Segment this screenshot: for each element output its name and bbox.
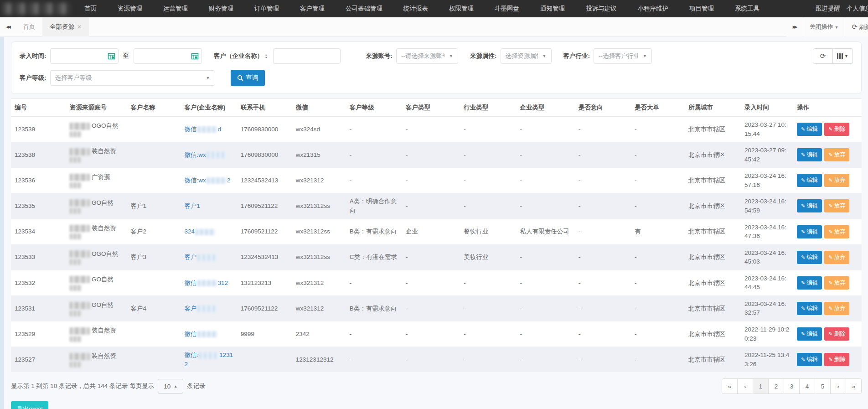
delete-button[interactable]: ✎删除 [824,353,849,366]
refresh-table-button[interactable]: ⟳ [813,48,833,64]
abandon-button[interactable]: ✎放弃 [824,302,849,315]
page-button-4[interactable]: 4 [799,378,815,394]
column-header-微信[interactable]: 微信 [292,99,346,117]
abandon-button[interactable]: ✎放弃 [824,174,849,187]
cell-enterprise-type: - [516,270,574,295]
refresh-tab-button[interactable]: ⟳刷新 [845,17,868,37]
company-link[interactable]: 客户 [185,254,218,260]
nav-item-订单管理[interactable]: 订单管理 [244,0,289,17]
page-button-1[interactable]: 1 [753,378,769,394]
company-link[interactable]: 324 [185,228,216,235]
page-button-«[interactable]: « [722,378,738,394]
edit-button[interactable]: ✎编辑 [797,327,822,341]
page-button-›[interactable]: › [830,378,846,394]
cell-industry: 餐饮行业 [460,219,516,244]
export-excel-button[interactable]: 导出excel [11,401,48,409]
column-header-录入时间[interactable]: 录入时间 [741,99,793,117]
column-header-客户类型[interactable]: 客户类型 [402,99,460,117]
page-button-»[interactable]: » [846,378,862,394]
edit-button[interactable]: ✎编辑 [797,302,822,315]
columns-toggle-button[interactable]: ▼ [833,48,853,64]
column-header-行业类型[interactable]: 行业类型 [460,99,516,117]
customer-level-select[interactable]: 选择客户等级 ▼ [50,70,215,86]
cell-wechat: wx321312ss [292,244,346,270]
nav-item-斗墨网盘[interactable]: 斗墨网盘 [484,0,530,17]
delete-button[interactable]: ✎删除 [824,327,849,341]
nav-item-小程序维护[interactable]: 小程序维护 [627,0,679,17]
column-header-客户名称[interactable]: 客户名称 [127,99,181,117]
abandon-button[interactable]: ✎放弃 [824,225,849,238]
tab-全部资源[interactable]: 全部资源✕ [42,17,89,36]
nav-item-权限管理[interactable]: 权限管理 [439,0,484,17]
tab-首页[interactable]: 首页 [16,17,42,36]
customer-company-input[interactable] [273,48,341,64]
abandon-button[interactable]: ✎放弃 [824,199,849,212]
tabs-scroll-left-icon[interactable]: ◀◀ [0,25,16,29]
edit-button[interactable]: ✎编辑 [797,225,822,238]
nav-item-财务管理[interactable]: 财务管理 [198,0,244,17]
edit-button[interactable]: ✎编辑 [797,276,822,290]
column-header-企业类型[interactable]: 企业类型 [516,99,574,117]
column-header-是否意向[interactable]: 是否意向 [575,99,631,117]
page-button-5[interactable]: 5 [815,378,831,394]
entry-time-start-input[interactable] [50,48,119,64]
abandon-button-label: 放弃 [834,228,845,236]
nav-item-运营管理[interactable]: 运营管理 [153,0,198,17]
nav-item-资源管理[interactable]: 资源管理 [107,0,153,17]
close-icon[interactable]: ✕ [77,24,82,30]
edit-button[interactable]: ✎编辑 [797,174,822,187]
column-header-编号[interactable]: 编号 [11,99,66,117]
edit-button-label: 编辑 [806,356,818,363]
nav-item-统计报表[interactable]: 统计报表 [393,0,439,17]
left-edge-strip [0,37,4,409]
page-size-select[interactable]: 10 ▲ [158,379,183,393]
company-link[interactable]: 客户 [185,305,218,312]
column-header-资源来源账号[interactable]: 资源来源账号 [66,99,127,117]
edit-button[interactable]: ✎编辑 [797,353,822,366]
column-header-客户(企业名称)[interactable]: 客户(企业名称) [181,99,237,117]
edit-button[interactable]: ✎编辑 [797,123,822,136]
nav-item-投诉与建议[interactable]: 投诉与建议 [575,0,627,17]
calendar-icon[interactable] [191,52,199,62]
source-account-select[interactable]: --请选择来源账号-- ▼ [396,48,458,64]
column-header-是否大单[interactable]: 是否大单 [631,99,685,117]
calendar-icon[interactable] [108,52,115,62]
nav-item-跟进提醒[interactable]: 跟进提醒 [812,0,843,17]
page-button-‹[interactable]: ‹ [737,378,753,394]
company-link[interactable]: 微信 [185,331,218,337]
customer-industry-select[interactable]: --选择客户行业-- ▼ [594,48,652,64]
search-button[interactable]: 查询 [231,70,265,86]
company-link[interactable]: 微信312 [185,280,228,286]
column-header-所属城市[interactable]: 所属城市 [685,99,741,117]
page-button-3[interactable]: 3 [784,378,800,394]
nav-item-公司基础管理[interactable]: 公司基础管理 [335,0,393,17]
nav-item-通知管理[interactable]: 通知管理 [530,0,575,17]
page-button-2[interactable]: 2 [768,378,784,394]
abandon-button[interactable]: ✎放弃 [824,148,849,161]
column-header-操作[interactable]: 操作 [793,99,862,117]
company-link[interactable]: 微信:wx2 [185,177,231,184]
column-header-客户等级[interactable]: 客户等级 [346,99,402,117]
nav-item-客户管理[interactable]: 客户管理 [289,0,335,17]
nav-item-项目管理[interactable]: 项目管理 [679,0,724,17]
edit-button[interactable]: ✎编辑 [797,199,822,212]
edit-button[interactable]: ✎编辑 [797,148,822,161]
source-attr-select[interactable]: 选择资源属性 ▼ [501,48,552,64]
abandon-button[interactable]: ✎放弃 [824,251,849,264]
edit-button[interactable]: ✎编辑 [797,251,822,264]
entry-time-end-input[interactable] [134,48,202,64]
delete-button[interactable]: ✎删除 [824,123,849,136]
close-operations-dropdown[interactable]: 关闭操作▼ [803,17,845,37]
edit-icon: ✎ [801,357,805,362]
cell-customer-type: - [402,270,460,295]
company-link[interactable]: 微信:wx [185,151,227,158]
nav-item-首页[interactable]: 首页 [74,0,107,17]
column-header-联系手机[interactable]: 联系手机 [237,99,292,117]
nav-item-系统工具[interactable]: 系统工具 [724,0,770,17]
nav-item-个人信息[interactable]: 个人信息 [843,0,868,17]
abandon-button[interactable]: ✎放弃 [824,276,849,290]
company-link[interactable]: 微信d [185,126,222,133]
tabs-scroll-right-icon[interactable]: ▶▶ [786,17,803,36]
company-link[interactable]: 微信:12312 [185,352,233,368]
company-link[interactable]: 客户1 [185,202,201,209]
